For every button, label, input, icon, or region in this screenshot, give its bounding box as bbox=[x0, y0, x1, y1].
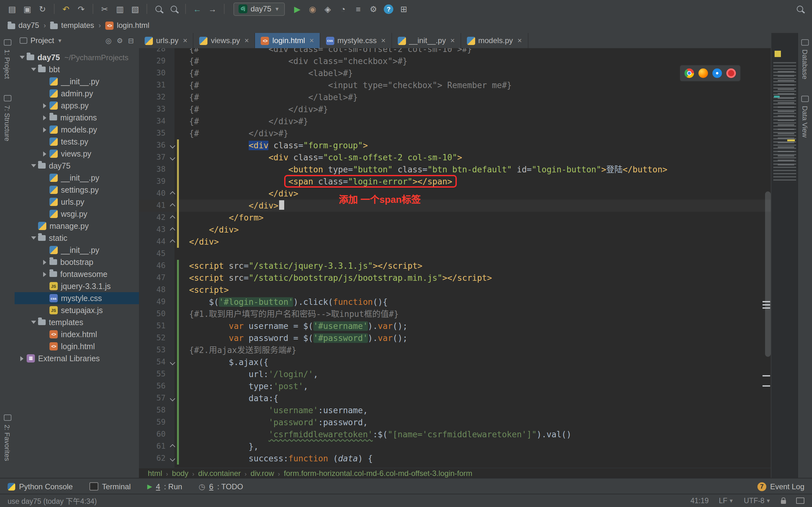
project-item-login-html[interactable]: <>login.html bbox=[14, 340, 139, 352]
redo-icon[interactable]: ↷ bbox=[74, 3, 88, 15]
line-number[interactable]: 44 bbox=[139, 236, 168, 248]
tool-window-button-2-favorites[interactable]: 2: Favorites bbox=[3, 424, 11, 461]
tool-window-button-todo[interactable]: ◷6: TODO bbox=[199, 482, 243, 491]
firefox-browser-icon[interactable] bbox=[699, 68, 708, 78]
line-number[interactable]: 36 bbox=[139, 139, 168, 152]
line-number[interactable]: 52 bbox=[139, 332, 168, 344]
locate-icon[interactable]: ◎ bbox=[106, 37, 112, 45]
help-icon[interactable]: ? bbox=[382, 3, 396, 15]
editor-code-area[interactable]: 28{# <div class="col-sm-offset-2 col-sm-… bbox=[139, 48, 771, 468]
editor-breadcrumb-html[interactable]: html bbox=[148, 469, 162, 478]
tab-close-icon[interactable]: × bbox=[381, 36, 386, 45]
lock-icon[interactable] bbox=[781, 500, 786, 504]
search-everywhere-icon[interactable] bbox=[793, 3, 807, 15]
project-item-index-html[interactable]: <>index.html bbox=[14, 328, 139, 340]
project-item-day75[interactable]: day75 bbox=[14, 160, 139, 172]
tab-close-icon[interactable]: × bbox=[183, 36, 188, 45]
line-number[interactable]: 38 bbox=[139, 164, 168, 176]
line-number[interactable]: 56 bbox=[139, 380, 168, 392]
line-number[interactable]: 59 bbox=[139, 416, 168, 429]
chevron-collapsed-icon[interactable] bbox=[18, 356, 26, 361]
line-number[interactable]: 62 bbox=[139, 452, 168, 464]
line-number[interactable]: 31 bbox=[139, 79, 168, 91]
tab-urls-py[interactable]: urls.py× bbox=[139, 33, 194, 48]
project-item-tests-py[interactable]: tests.py bbox=[14, 135, 139, 148]
chrome-browser-icon[interactable] bbox=[684, 68, 694, 78]
tool-window-button-1-project[interactable]: 1: Project bbox=[3, 49, 11, 79]
editor-breadcrumb-body[interactable]: body bbox=[172, 469, 189, 478]
project-item-manage-py[interactable]: manage.py bbox=[14, 220, 139, 232]
caret-position[interactable]: 41:19 bbox=[691, 497, 709, 504]
line-number[interactable]: 51 bbox=[139, 320, 168, 332]
line-number[interactable]: 39 bbox=[139, 176, 168, 187]
opera-browser-icon[interactable] bbox=[726, 68, 736, 78]
chevron-collapsed-icon[interactable] bbox=[41, 115, 49, 120]
cut-icon[interactable]: ✂ bbox=[98, 3, 112, 15]
line-number[interactable]: 34 bbox=[139, 115, 168, 127]
encoding-selector[interactable]: UTF-8▼ bbox=[744, 497, 771, 504]
fold-marker-icon[interactable] bbox=[168, 392, 177, 404]
line-number[interactable]: 33 bbox=[139, 103, 168, 115]
tool-window-button-7-structure[interactable]: 7: Structure bbox=[3, 106, 11, 142]
line-number[interactable]: 54 bbox=[139, 356, 168, 368]
event-log-button[interactable]: 7 Event Log bbox=[757, 482, 804, 491]
tool-window-button-data-view[interactable]: Data View bbox=[801, 106, 809, 137]
line-number[interactable]: 40 bbox=[139, 187, 168, 200]
project-item-day75[interactable]: day75~/PycharmProjects bbox=[14, 51, 139, 63]
error-stripe[interactable] bbox=[771, 33, 798, 478]
line-number[interactable]: 43 bbox=[139, 224, 168, 236]
settings-icon[interactable]: ⚙ bbox=[117, 37, 123, 45]
tab-close-icon[interactable]: × bbox=[450, 36, 455, 45]
editor-breadcrumb-form-form-horizontal-col-md-6-col-md-offset-3-login-form[interactable]: form.form-horizontal.col-md-6.col-md-off… bbox=[284, 469, 472, 478]
tool-window-button-terminal[interactable]: Terminal bbox=[89, 482, 131, 491]
tab-login-html[interactable]: <>login.html× bbox=[255, 33, 320, 48]
project-item-init-py[interactable]: __init__.py bbox=[14, 172, 139, 184]
tool-window-button-python-console[interactable]: Python Console bbox=[8, 482, 72, 491]
editor-scrollbar[interactable] bbox=[765, 191, 771, 357]
line-number[interactable]: 48 bbox=[139, 284, 168, 296]
project-item-setupajax-js[interactable]: JSsetupajax.js bbox=[14, 304, 139, 316]
line-number[interactable]: 55 bbox=[139, 368, 168, 380]
fold-marker-icon[interactable] bbox=[168, 224, 177, 236]
project-item-apps-py[interactable]: apps.py bbox=[14, 100, 139, 112]
tool-window-button-run[interactable]: ▶4: Run bbox=[147, 482, 182, 491]
project-item-external-libraries[interactable]: ≣External Libraries bbox=[14, 352, 139, 364]
fold-marker-icon[interactable] bbox=[168, 356, 177, 368]
fold-marker-icon[interactable] bbox=[168, 236, 177, 248]
chevron-expanded-icon[interactable] bbox=[30, 318, 38, 326]
fold-marker-icon[interactable] bbox=[168, 212, 177, 224]
synchronize-icon[interactable]: ↻ bbox=[36, 3, 49, 15]
project-item-admin-py[interactable]: admin.py bbox=[14, 88, 139, 100]
line-number[interactable]: 32 bbox=[139, 91, 168, 103]
chevron-expanded-icon[interactable] bbox=[30, 65, 38, 73]
chevron-collapsed-icon[interactable] bbox=[41, 103, 49, 108]
fold-marker-icon[interactable] bbox=[168, 139, 177, 152]
fold-marker-icon[interactable] bbox=[168, 441, 177, 452]
project-item-fontawesome[interactable]: fontawesome bbox=[14, 268, 139, 280]
line-number[interactable]: 47 bbox=[139, 272, 168, 284]
project-item-models-py[interactable]: models.py bbox=[14, 124, 139, 135]
line-number[interactable]: 29 bbox=[139, 55, 168, 67]
line-number[interactable]: 57 bbox=[139, 392, 168, 404]
project-item-urls-py[interactable]: urls.py bbox=[14, 196, 139, 208]
line-number[interactable]: 28 bbox=[139, 48, 168, 55]
debug-icon[interactable]: ◉ bbox=[305, 3, 319, 15]
project-item-settings-py[interactable]: settings.py bbox=[14, 184, 139, 196]
project-item-bootstrap[interactable]: bootstrap bbox=[14, 256, 139, 268]
undo-icon[interactable]: ↶ bbox=[59, 3, 73, 15]
line-ending-selector[interactable]: LF▼ bbox=[719, 497, 734, 504]
line-number[interactable]: 50 bbox=[139, 308, 168, 320]
editor-breadcrumb-div-container[interactable]: div.container bbox=[198, 469, 241, 478]
fold-marker-icon[interactable] bbox=[168, 200, 177, 212]
line-number[interactable]: 53 bbox=[139, 344, 168, 356]
tool-window-button-database[interactable]: Database bbox=[801, 49, 809, 79]
tab-views-py[interactable]: views.py× bbox=[194, 33, 255, 48]
breadcrumb-item-templates[interactable]: templates bbox=[50, 21, 94, 30]
chevron-collapsed-icon[interactable] bbox=[41, 151, 49, 156]
open-project-icon[interactable]: ▤ bbox=[5, 3, 19, 15]
project-item-jquery-3-3-1-js[interactable]: JSjquery-3.3.1.js bbox=[14, 280, 139, 292]
project-item-wsgi-py[interactable]: wsgi.py bbox=[14, 208, 139, 220]
line-number[interactable]: 41 bbox=[139, 200, 168, 212]
navigate-forward-icon[interactable]: → bbox=[206, 3, 219, 15]
save-all-icon[interactable]: ▣ bbox=[20, 3, 34, 15]
